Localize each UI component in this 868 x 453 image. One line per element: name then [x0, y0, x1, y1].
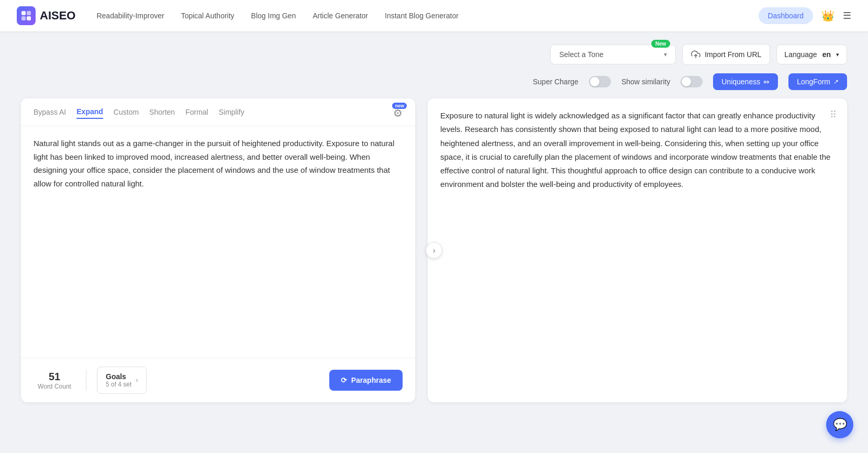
- import-url-label: Import From URL: [705, 50, 761, 59]
- svg-rect-3: [27, 16, 31, 20]
- paraphrase-button[interactable]: ⟳ Paraphrase: [329, 370, 403, 391]
- vertical-divider: [86, 370, 86, 391]
- editor-area: Bypass AI Expand Custom Shorten Formal S…: [21, 98, 847, 402]
- header: AISEO Readability-Improver Topical Autho…: [0, 0, 868, 31]
- longform-label: LongForm: [797, 78, 830, 86]
- nav-readability[interactable]: Readability-Improver: [96, 12, 164, 20]
- language-chevron-icon: ▾: [836, 51, 839, 58]
- settings-icon: ⚙: [393, 107, 403, 119]
- tone-selector[interactable]: New Select a Tone ▾: [550, 45, 676, 64]
- language-label: Language: [784, 50, 817, 59]
- tone-select-text: Select a Tone: [559, 50, 664, 59]
- goals-button[interactable]: Goals 5 of 4 set ›: [97, 367, 147, 394]
- language-selector[interactable]: Language en ▾: [776, 45, 847, 64]
- svg-rect-2: [21, 16, 26, 20]
- tab-expand[interactable]: Expand: [76, 107, 103, 119]
- word-count-area: 51 Word Count: [34, 371, 75, 390]
- tab-shorten[interactable]: Shorten: [149, 108, 175, 118]
- svg-rect-1: [27, 11, 31, 15]
- logo-area: AISEO: [17, 6, 75, 25]
- toolbar-row: New Select a Tone ▾ Import From URL Lang…: [21, 44, 847, 65]
- menu-icon[interactable]: ☰: [843, 10, 851, 21]
- left-panel: Bypass AI Expand Custom Shorten Formal S…: [21, 98, 415, 402]
- recycle-icon: ⟳: [341, 376, 347, 384]
- show-similarity-label: Show similarity: [621, 78, 670, 86]
- word-count-label: Word Count: [34, 383, 75, 390]
- nav-blog[interactable]: Blog Img Gen: [251, 12, 296, 20]
- chat-bubble-button[interactable]: 💬: [826, 411, 853, 438]
- input-text-area[interactable]: Natural light stands out as a game-chang…: [21, 126, 415, 358]
- drag-handle-icon[interactable]: ⠿: [830, 109, 837, 120]
- show-similarity-toggle[interactable]: [681, 76, 703, 87]
- tab-custom[interactable]: Custom: [114, 108, 139, 118]
- nav-topical[interactable]: Topical Authority: [181, 12, 235, 20]
- mode-tabs: Bypass AI Expand Custom Shorten Formal S…: [21, 98, 415, 126]
- header-right: Dashboard 👑 ☰: [759, 7, 852, 24]
- supercharge-label: Super Charge: [533, 78, 578, 86]
- bottom-bar: 51 Word Count Goals 5 of 4 set › ⟳ Parap…: [21, 358, 415, 402]
- tab-formal[interactable]: Formal: [185, 108, 208, 118]
- logo-text: AISEO: [40, 9, 75, 23]
- dashboard-button[interactable]: Dashboard: [759, 7, 814, 24]
- nav-links: Readability-Improver Topical Authority B…: [96, 12, 758, 20]
- paraphrase-label: Paraphrase: [351, 376, 391, 384]
- chat-icon: 💬: [833, 418, 847, 432]
- right-panel: ⠿ Exposure to natural light is widely ac…: [428, 98, 847, 402]
- options-row: Super Charge Show similarity Uniqueness …: [21, 73, 847, 90]
- uniqueness-button[interactable]: Uniqueness ⇔: [713, 73, 778, 90]
- tab-simplify[interactable]: Simplify: [219, 108, 244, 118]
- goals-chevron-icon: ›: [136, 377, 138, 384]
- crown-icon[interactable]: 👑: [821, 9, 834, 22]
- arrow-button[interactable]: ›: [426, 242, 442, 259]
- tab-bypass-ai[interactable]: Bypass AI: [34, 108, 66, 118]
- output-text: Exposure to natural light is widely ackn…: [440, 109, 834, 192]
- toggle-knob: [590, 77, 599, 86]
- import-url-button[interactable]: Import From URL: [682, 44, 770, 65]
- supercharge-toggle[interactable]: [589, 76, 611, 87]
- word-count-number: 51: [34, 371, 75, 383]
- nav-article[interactable]: Article Generator: [313, 12, 368, 20]
- goals-text: Goals 5 of 4 set: [106, 372, 131, 388]
- goals-label: Goals: [106, 372, 131, 381]
- longform-button[interactable]: LongForm ↗: [788, 73, 847, 90]
- new-badge: New: [651, 40, 671, 48]
- chevron-right-icon: ›: [433, 246, 436, 255]
- settings-button[interactable]: ⚙ new: [393, 107, 403, 119]
- main-content: New Select a Tone ▾ Import From URL Lang…: [0, 31, 868, 415]
- input-text-content: Natural light stands out as a game-chang…: [34, 137, 403, 190]
- goals-sub: 5 of 4 set: [106, 381, 131, 388]
- upload-icon: [691, 50, 700, 59]
- settings-new-badge: new: [392, 103, 407, 109]
- logo-icon: [17, 6, 36, 25]
- toggle-knob-2: [682, 77, 691, 86]
- svg-rect-0: [21, 11, 26, 15]
- nav-instant[interactable]: Instant Blog Generator: [385, 12, 459, 20]
- chevron-down-icon: ▾: [664, 51, 667, 58]
- uniqueness-arrows-icon: ⇔: [763, 78, 770, 86]
- uniqueness-label: Uniqueness: [721, 78, 760, 86]
- external-link-icon: ↗: [833, 78, 839, 85]
- language-value: en: [822, 50, 831, 59]
